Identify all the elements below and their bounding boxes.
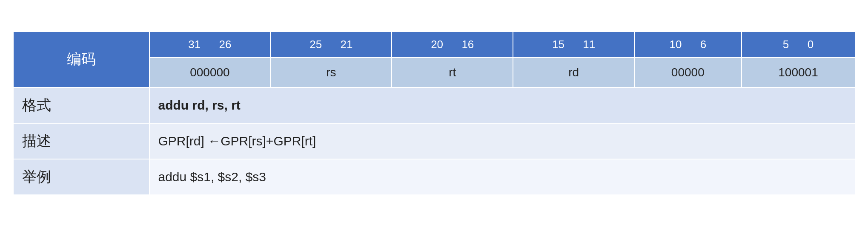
bits-31-26: 31 26 bbox=[149, 32, 271, 58]
enc-val-3: rt bbox=[392, 58, 513, 87]
instruction-table: 编码 31 26 25 21 20 16 15 11 bbox=[13, 31, 856, 195]
example-value: addu $s1, $s2, $s3 bbox=[149, 159, 855, 195]
enc-val-4: rd bbox=[513, 58, 634, 87]
enc-val-2: rs bbox=[270, 58, 392, 87]
format-label: 格式 bbox=[13, 87, 149, 123]
encoding-label: 编码 bbox=[13, 32, 149, 87]
format-value: addu rd, rs, rt bbox=[149, 87, 855, 123]
describe-value: GPR[rd] ←GPR[rs]+GPR[rt] bbox=[149, 123, 855, 159]
bits-15-11: 15 11 bbox=[513, 32, 634, 58]
bits-25-21: 25 21 bbox=[270, 32, 392, 58]
enc-val-5: 00000 bbox=[634, 58, 741, 87]
describe-label: 描述 bbox=[13, 123, 149, 159]
example-label: 举例 bbox=[13, 159, 149, 195]
bits-5-0: 5 0 bbox=[742, 32, 855, 58]
enc-val-1: 000000 bbox=[149, 58, 271, 87]
bits-20-16: 20 16 bbox=[392, 32, 513, 58]
enc-val-6: 100001 bbox=[742, 58, 855, 87]
bits-10-6: 10 6 bbox=[634, 32, 741, 58]
